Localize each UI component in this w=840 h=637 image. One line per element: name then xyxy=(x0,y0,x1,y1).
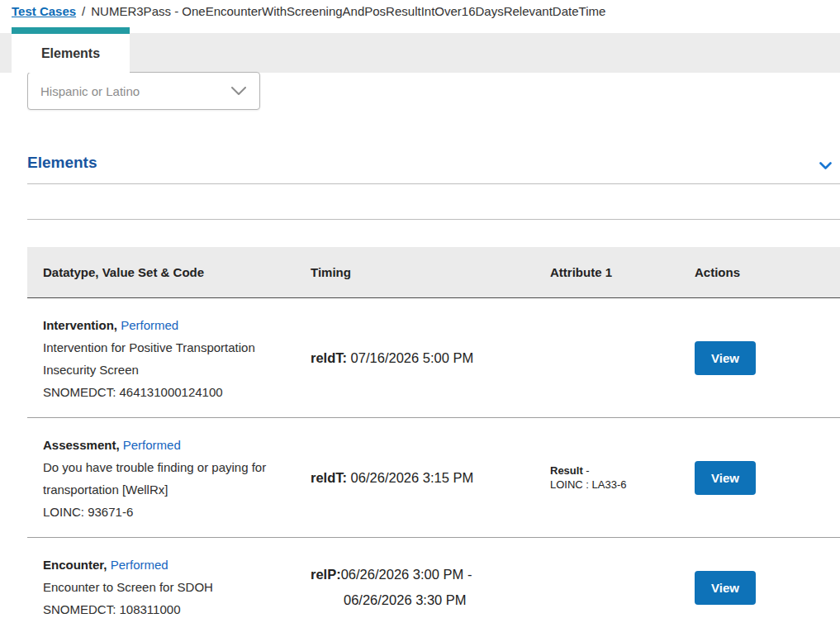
attribute-value: LOINC : LA33-6 xyxy=(550,478,695,492)
column-header-actions: Actions xyxy=(695,265,840,279)
elements-section-title: Elements xyxy=(27,154,97,172)
datatype-name: Assessment, xyxy=(43,438,120,452)
chevron-down-icon xyxy=(231,87,246,96)
code: SNOMEDCT: 108311000 xyxy=(43,598,302,620)
tab-elements-label: Elements xyxy=(41,46,100,61)
active-tab-accent-bar xyxy=(12,27,130,34)
breadcrumb: Test Cases/NUMER3Pass - OneEncounterWith… xyxy=(12,4,605,18)
timing-value: 07/16/2026 5:00 PM xyxy=(347,350,473,365)
actions-cell: View xyxy=(695,418,840,537)
attribute1-cell xyxy=(550,298,695,417)
datatype-line: Assessment, Performed xyxy=(43,434,302,456)
value-set-description: Do you have trouble finding or paying fo… xyxy=(43,456,302,501)
breadcrumb-current-test-case: NUMER3Pass - OneEncounterWithScreeningAn… xyxy=(91,4,605,18)
timing-line-1: relP:06/26/2026 3:00 PM - xyxy=(311,562,550,587)
timing-label: relP: xyxy=(311,567,341,582)
datatype-status-link[interactable]: Performed xyxy=(111,558,168,572)
divider xyxy=(27,219,840,220)
attribute-dash: - xyxy=(583,464,590,477)
view-button[interactable]: View xyxy=(695,341,756,375)
breadcrumb-link-test-cases[interactable]: Test Cases xyxy=(12,4,76,18)
timing-line-2: 06/26/2026 3:30 PM xyxy=(311,587,550,613)
attribute-line: Result - xyxy=(550,463,695,478)
table-row: Assessment, Performed Do you have troubl… xyxy=(27,418,840,538)
breadcrumb-separator: / xyxy=(82,4,85,18)
actions-cell: View xyxy=(695,538,840,637)
datatype-line: Encounter, Performed xyxy=(43,554,302,576)
tab-elements[interactable]: Elements xyxy=(12,34,130,73)
timing-cell: reldT: 06/26/2026 3:15 PM xyxy=(311,418,550,537)
view-button[interactable]: View xyxy=(695,461,756,495)
timing-cell: relP:06/26/2026 3:00 PM - 06/26/2026 3:3… xyxy=(311,538,550,637)
datatype-cell: Intervention, Performed Intervention for… xyxy=(27,298,311,417)
attribute1-cell xyxy=(550,538,695,637)
attribute-label: Result xyxy=(550,464,583,477)
datatype-cell: Assessment, Performed Do you have troubl… xyxy=(27,418,311,537)
table-row: Encounter, Performed Encounter to Screen… xyxy=(27,538,840,637)
timing-value: 06/26/2026 3:15 PM xyxy=(347,470,473,485)
datatype-line: Intervention, Performed xyxy=(43,314,302,336)
ethnicity-dropdown-value: Hispanic or Latino xyxy=(28,84,231,98)
datatype-name: Intervention, xyxy=(43,318,117,332)
timing-label: reldT: xyxy=(311,350,347,365)
table-header-row: Datatype, Value Set & Code Timing Attrib… xyxy=(27,247,840,298)
datatype-status-link[interactable]: Performed xyxy=(123,438,181,452)
timing-value: 06/26/2026 3:00 PM - xyxy=(341,567,472,582)
datatype-name: Encounter, xyxy=(43,558,107,572)
chevron-down-icon xyxy=(819,162,832,170)
code: SNOMEDCT: 464131000124100 xyxy=(43,381,302,403)
column-header-datatype: Datatype, Value Set & Code xyxy=(27,265,311,279)
code: LOINC: 93671-6 xyxy=(43,501,302,523)
attribute1-cell: Result - LOINC : LA33-6 xyxy=(550,418,695,537)
value-set-description: Intervention for Positive Transportation… xyxy=(43,336,302,381)
elements-section-collapse-button[interactable] xyxy=(818,160,833,172)
timing-label: reldT: xyxy=(311,470,347,485)
datatype-cell: Encounter, Performed Encounter to Screen… xyxy=(27,538,311,637)
datatype-status-link[interactable]: Performed xyxy=(121,318,178,332)
ethnicity-dropdown[interactable]: Hispanic or Latino xyxy=(27,72,260,110)
column-header-timing: Timing xyxy=(311,265,550,279)
table-row: Intervention, Performed Intervention for… xyxy=(27,298,840,418)
divider xyxy=(27,183,840,184)
view-button[interactable]: View xyxy=(695,571,756,605)
column-header-attribute1: Attribute 1 xyxy=(550,265,695,279)
actions-cell: View xyxy=(695,298,840,417)
timing-cell: reldT: 07/16/2026 5:00 PM xyxy=(311,298,550,417)
value-set-description: Encounter to Screen for SDOH xyxy=(43,576,302,598)
elements-table: Datatype, Value Set & Code Timing Attrib… xyxy=(27,247,840,637)
